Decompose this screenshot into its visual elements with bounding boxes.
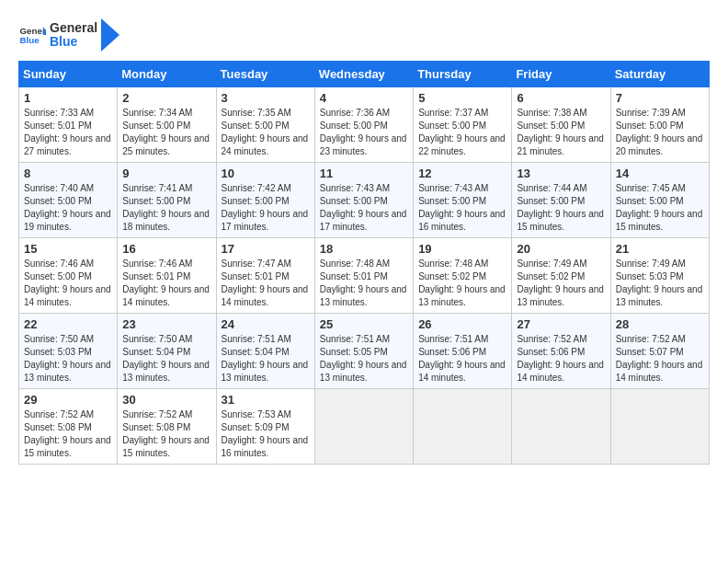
sunset-time: 5:05 PM bbox=[354, 347, 388, 357]
sunset-time: 5:00 PM bbox=[649, 196, 683, 206]
sunrise-label: Sunrise: bbox=[222, 259, 257, 269]
sunset-time: 5:03 PM bbox=[58, 347, 92, 357]
day-number: 24 bbox=[222, 317, 310, 331]
logo: General Blue General Blue bbox=[18, 18, 119, 52]
daylight-label: Daylight: 9 hours and 13 minutes. bbox=[517, 284, 604, 307]
sunset-time: 5:03 PM bbox=[649, 271, 683, 282]
calendar-cell: 7 Sunrise: 7:39 AM Sunset: 5:00 PM Dayli… bbox=[610, 87, 709, 163]
sunset-time: 5:00 PM bbox=[156, 121, 190, 131]
daylight-label: Daylight: 9 hours and 23 minutes. bbox=[320, 133, 407, 156]
day-info: Sunrise: 7:41 AM Sunset: 5:00 PM Dayligh… bbox=[122, 182, 210, 234]
sunrise-label: Sunrise: bbox=[418, 183, 454, 193]
calendar-cell: 6 Sunrise: 7:38 AM Sunset: 5:00 PM Dayli… bbox=[512, 87, 610, 163]
header-tuesday: Tuesday bbox=[216, 62, 314, 87]
day-info: Sunrise: 7:50 AM Sunset: 5:03 PM Dayligh… bbox=[24, 333, 112, 385]
day-info: Sunrise: 7:49 AM Sunset: 5:02 PM Dayligh… bbox=[517, 258, 605, 309]
sunrise-time: 7:52 AM bbox=[553, 334, 587, 344]
day-number: 21 bbox=[616, 242, 704, 256]
day-number: 28 bbox=[616, 317, 704, 331]
calendar-cell: 21 Sunrise: 7:49 AM Sunset: 5:03 PM Dayl… bbox=[610, 238, 709, 314]
sunrise-label: Sunrise: bbox=[24, 108, 60, 118]
day-info: Sunrise: 7:52 AM Sunset: 5:06 PM Dayligh… bbox=[517, 333, 605, 385]
sunrise-time: 7:52 AM bbox=[159, 409, 193, 419]
day-number: 27 bbox=[517, 317, 605, 331]
header-monday: Monday bbox=[118, 62, 216, 87]
sunrise-time: 7:34 AM bbox=[159, 108, 193, 118]
day-number: 26 bbox=[418, 317, 506, 331]
calendar-cell: 30 Sunrise: 7:52 AM Sunset: 5:08 PM Dayl… bbox=[118, 389, 216, 465]
sunrise-label: Sunrise: bbox=[122, 409, 158, 419]
day-info: Sunrise: 7:33 AM Sunset: 5:01 PM Dayligh… bbox=[24, 107, 112, 158]
week-row-4: 22 Sunrise: 7:50 AM Sunset: 5:03 PM Dayl… bbox=[19, 314, 710, 389]
svg-text:General: General bbox=[20, 26, 47, 36]
sunset-label: Sunset: bbox=[616, 121, 650, 131]
sunset-time: 5:06 PM bbox=[551, 347, 585, 357]
calendar-cell: 26 Sunrise: 7:51 AM Sunset: 5:06 PM Dayl… bbox=[414, 314, 512, 389]
sunrise-label: Sunrise: bbox=[122, 259, 158, 269]
sunrise-time: 7:49 AM bbox=[553, 259, 587, 269]
sunrise-label: Sunrise: bbox=[616, 108, 652, 118]
sunrise-label: Sunrise: bbox=[222, 108, 257, 118]
sunrise-time: 7:53 AM bbox=[257, 409, 291, 419]
sunrise-label: Sunrise: bbox=[517, 183, 552, 193]
sunset-time: 5:00 PM bbox=[58, 196, 92, 206]
sunrise-label: Sunrise: bbox=[418, 334, 454, 344]
day-number: 19 bbox=[418, 242, 506, 256]
week-row-3: 15 Sunrise: 7:46 AM Sunset: 5:00 PM Dayl… bbox=[19, 238, 710, 314]
sunrise-label: Sunrise: bbox=[418, 259, 454, 269]
sunrise-time: 7:47 AM bbox=[257, 259, 291, 269]
day-number: 18 bbox=[320, 242, 408, 256]
sunset-time: 5:00 PM bbox=[649, 121, 683, 131]
day-info: Sunrise: 7:38 AM Sunset: 5:00 PM Dayligh… bbox=[517, 107, 605, 158]
day-info: Sunrise: 7:53 AM Sunset: 5:09 PM Dayligh… bbox=[222, 408, 310, 460]
logo-blue: Blue bbox=[50, 35, 97, 49]
daylight-label: Daylight: 9 hours and 13 minutes. bbox=[320, 360, 407, 383]
sunrise-time: 7:46 AM bbox=[159, 259, 193, 269]
calendar-cell: 29 Sunrise: 7:52 AM Sunset: 5:08 PM Dayl… bbox=[19, 389, 118, 465]
sunset-label: Sunset: bbox=[24, 347, 58, 357]
sunrise-label: Sunrise: bbox=[320, 183, 356, 193]
calendar-cell: 25 Sunrise: 7:51 AM Sunset: 5:05 PM Dayl… bbox=[314, 314, 413, 389]
sunset-time: 5:00 PM bbox=[255, 121, 289, 131]
calendar-cell: 27 Sunrise: 7:52 AM Sunset: 5:06 PM Dayl… bbox=[512, 314, 610, 389]
week-row-1: 1 Sunrise: 7:33 AM Sunset: 5:01 PM Dayli… bbox=[19, 87, 710, 163]
sunrise-label: Sunrise: bbox=[122, 334, 158, 344]
daylight-label: Daylight: 9 hours and 14 minutes. bbox=[24, 284, 111, 307]
sunset-label: Sunset: bbox=[222, 196, 256, 206]
daylight-label: Daylight: 9 hours and 27 minutes. bbox=[24, 133, 111, 156]
sunrise-label: Sunrise: bbox=[222, 334, 257, 344]
day-number: 13 bbox=[517, 167, 605, 180]
sunset-time: 5:04 PM bbox=[156, 347, 190, 357]
day-number: 7 bbox=[616, 91, 704, 105]
sunset-label: Sunset: bbox=[122, 121, 156, 131]
day-number: 5 bbox=[418, 91, 506, 105]
sunrise-label: Sunrise: bbox=[122, 108, 158, 118]
day-number: 16 bbox=[122, 242, 210, 256]
day-number: 6 bbox=[517, 91, 605, 105]
sunrise-label: Sunrise: bbox=[616, 334, 652, 344]
daylight-label: Daylight: 9 hours and 13 minutes. bbox=[418, 284, 506, 307]
day-info: Sunrise: 7:43 AM Sunset: 5:00 PM Dayligh… bbox=[320, 182, 408, 234]
svg-marker-3 bbox=[101, 18, 119, 52]
sunrise-time: 7:39 AM bbox=[652, 108, 686, 118]
week-row-5: 29 Sunrise: 7:52 AM Sunset: 5:08 PM Dayl… bbox=[19, 389, 710, 465]
sunset-time: 5:02 PM bbox=[452, 271, 486, 282]
daylight-label: Daylight: 9 hours and 14 minutes. bbox=[418, 360, 506, 383]
sunset-time: 5:00 PM bbox=[452, 196, 486, 206]
day-info: Sunrise: 7:48 AM Sunset: 5:01 PM Dayligh… bbox=[320, 258, 408, 309]
calendar-cell: 5 Sunrise: 7:37 AM Sunset: 5:00 PM Dayli… bbox=[414, 87, 512, 163]
sunrise-time: 7:43 AM bbox=[356, 183, 390, 193]
daylight-label: Daylight: 9 hours and 19 minutes. bbox=[24, 209, 111, 232]
daylight-label: Daylight: 9 hours and 25 minutes. bbox=[122, 133, 210, 156]
sunrise-time: 7:50 AM bbox=[159, 334, 193, 344]
sunset-label: Sunset: bbox=[122, 347, 156, 357]
daylight-label: Daylight: 9 hours and 14 minutes. bbox=[616, 360, 703, 383]
daylight-label: Daylight: 9 hours and 13 minutes. bbox=[616, 284, 703, 307]
calendar-cell bbox=[414, 389, 512, 465]
header-thursday: Thursday bbox=[414, 62, 512, 87]
logo-general: General bbox=[50, 21, 97, 35]
calendar-cell: 20 Sunrise: 7:49 AM Sunset: 5:02 PM Dayl… bbox=[512, 238, 610, 314]
day-number: 20 bbox=[517, 242, 605, 256]
sunrise-label: Sunrise: bbox=[616, 259, 652, 269]
sunset-time: 5:01 PM bbox=[58, 121, 92, 131]
